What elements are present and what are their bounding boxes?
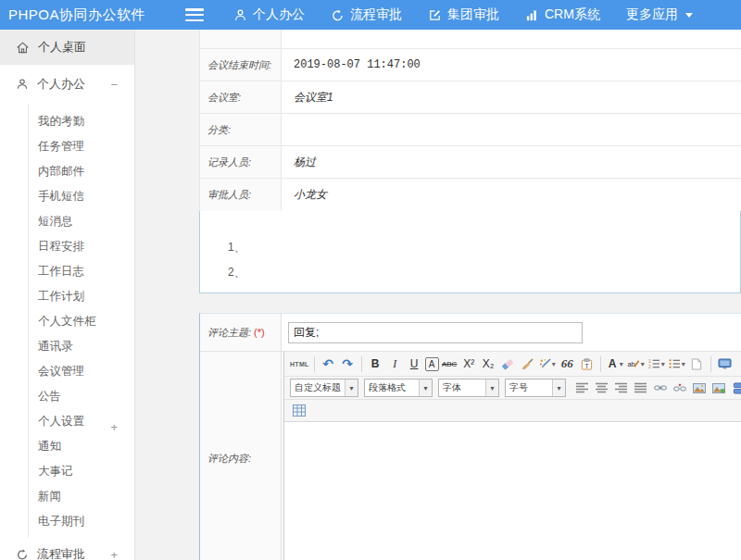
nav-label: 个人办公 xyxy=(253,6,305,23)
person-icon xyxy=(233,8,247,22)
blockquote-button[interactable]: 66 xyxy=(559,355,576,373)
sidebar-item-label: 手机短信 xyxy=(38,190,84,203)
menu-icon[interactable] xyxy=(185,8,204,21)
align-center-icon[interactable] xyxy=(593,379,610,397)
font-family-select[interactable]: 字体▾ xyxy=(438,379,499,397)
insert-media-icon[interactable] xyxy=(729,379,741,397)
italic-button[interactable]: I xyxy=(386,355,404,373)
sidebar-item-label: 内部邮件 xyxy=(38,165,84,178)
sidebar-item[interactable]: 工作计划 xyxy=(0,284,134,309)
font-size-select[interactable]: 字号▾ xyxy=(505,379,566,397)
nav-personal-office[interactable]: 个人办公 xyxy=(233,6,305,23)
caret-down-icon: ▾ xyxy=(682,360,685,368)
nav-more-apps[interactable]: 更多应用 xyxy=(626,6,693,23)
sidebar-item[interactable]: 工作日志 xyxy=(0,259,134,284)
sidebar-item[interactable]: 日程安排 xyxy=(0,234,134,259)
sidebar-item-label: 工作计划 xyxy=(38,290,84,303)
sidebar-item[interactable]: 通知 xyxy=(0,434,134,459)
subscript-button[interactable]: X₂ xyxy=(480,355,497,373)
sidebar-item[interactable]: 电子期刊 xyxy=(0,509,134,534)
eraser-icon[interactable] xyxy=(499,355,517,373)
sidebar-group-workflow[interactable]: 流程审批 + xyxy=(0,538,134,560)
align-justify-icon[interactable] xyxy=(632,379,649,397)
paragraph-format-select[interactable]: 段落格式▾ xyxy=(364,379,433,397)
sidebar-item-settings[interactable]: 个人设置+ xyxy=(0,409,134,434)
paste-text-icon[interactable]: T xyxy=(578,355,596,373)
sidebar-item-label: 大事记 xyxy=(38,465,73,478)
sidebar-item-label: 个人设置 xyxy=(38,415,84,428)
sidebar-group-label: 流程审批 xyxy=(37,546,85,560)
nav-label: 更多应用 xyxy=(626,6,678,23)
caret-down-icon: ▾ xyxy=(620,360,623,368)
collapse-icon[interactable]: − xyxy=(110,78,118,92)
auto-typeset-wand-icon[interactable]: ▾ xyxy=(538,358,557,370)
upload-image-icon[interactable] xyxy=(710,379,727,397)
sidebar-group-label: 个人办公 xyxy=(37,76,85,93)
editor-content-area[interactable] xyxy=(284,422,741,560)
sidebar-item-label: 会议管理 xyxy=(38,365,84,378)
sidebar-item[interactable]: 通讯录 xyxy=(0,334,134,359)
sidebar-item[interactable]: 个人文件柜 xyxy=(0,309,134,334)
field-value: 2019-08-07 11:47:00 xyxy=(282,49,741,81)
heading-select[interactable]: 自定义标题▾ xyxy=(290,379,358,397)
sidebar-item[interactable]: 内部邮件 xyxy=(0,159,134,184)
flow-icon xyxy=(331,8,345,22)
sidebar-item-label: 工作日志 xyxy=(38,265,84,278)
sidebar-item-desktop[interactable]: 个人桌面 xyxy=(0,30,134,65)
main-content: 会议结束时间: 2019-08-07 11:47:00 会议室: 会议室1 分类… xyxy=(135,30,741,560)
nav-crm-system[interactable]: CRM系统 xyxy=(525,6,600,23)
strikethrough-button[interactable]: ABC xyxy=(441,355,458,373)
comment-content-row: 评论内容: HTML ↶ ↷ B I U A ABC X² X₂ xyxy=(200,352,741,560)
sidebar-item-label: 公告 xyxy=(38,390,61,403)
sidebar-item[interactable]: 任务管理 xyxy=(0,134,134,159)
sidebar-item-label: 电子期刊 xyxy=(38,515,84,528)
fullscreen-monitor-icon[interactable] xyxy=(716,355,734,373)
sidebar-item-label: 新闻 xyxy=(38,490,61,503)
underline-button[interactable]: U xyxy=(406,355,423,373)
table-row xyxy=(200,30,741,49)
sidebar-item[interactable]: 大事记 xyxy=(0,459,134,484)
link-icon[interactable] xyxy=(651,379,669,397)
caret-down-icon xyxy=(685,13,693,18)
highlight-color-icon[interactable]: ab ▾ xyxy=(626,358,646,370)
sidebar-item-label: 我的考勤 xyxy=(38,115,84,128)
sidebar-item[interactable]: 短消息 xyxy=(0,209,134,234)
new-page-icon[interactable] xyxy=(688,355,706,373)
sidebar-item[interactable]: 我的考勤 xyxy=(0,109,134,134)
field-label: 审批人员: xyxy=(200,179,282,211)
align-left-icon[interactable] xyxy=(573,379,591,397)
nav-group-approval[interactable]: 集团审批 xyxy=(428,6,499,23)
sidebar-item[interactable]: 手机短信 xyxy=(0,184,134,209)
expand-icon[interactable]: + xyxy=(110,548,118,560)
align-right-icon[interactable] xyxy=(612,379,630,397)
unlink-icon[interactable] xyxy=(671,379,688,397)
clean-format-broom-icon[interactable] xyxy=(519,355,536,373)
bold-button[interactable]: B xyxy=(367,355,384,373)
edit-icon xyxy=(428,8,442,22)
sidebar-item[interactable]: 新闻 xyxy=(0,484,134,509)
unordered-list-icon[interactable]: ▾ xyxy=(668,358,686,369)
superscript-button[interactable]: X² xyxy=(460,355,478,373)
redo-icon[interactable]: ↷ xyxy=(339,355,357,373)
sidebar-item[interactable]: 公告 xyxy=(0,384,134,409)
font-style-button[interactable]: A xyxy=(425,357,439,371)
note-line: 2、 xyxy=(228,260,740,285)
caret-down-icon: ▾ xyxy=(345,380,358,396)
sidebar-group-personal-office[interactable]: 个人办公 − xyxy=(0,65,134,104)
comment-subject-input[interactable] xyxy=(288,322,583,343)
sidebar-item[interactable]: 会议管理 xyxy=(0,359,134,384)
font-color-button[interactable]: A ▾ xyxy=(606,355,624,373)
insert-image-icon[interactable] xyxy=(690,379,708,397)
table-row: 审批人员: 小龙女 xyxy=(200,179,741,211)
sidebar-item-label: 短消息 xyxy=(38,215,73,228)
note-line: 1、 xyxy=(228,235,740,260)
insert-table-icon[interactable] xyxy=(290,402,308,420)
comment-subject-label: 评论主题: xyxy=(207,326,251,340)
comment-form: 评论主题: (*) 评论内容: HTML ↶ ↷ B xyxy=(199,313,741,560)
html-source-button[interactable]: HTML xyxy=(290,355,309,373)
table-row: 记录人员: 杨过 xyxy=(200,146,741,179)
nav-workflow-approval[interactable]: 流程审批 xyxy=(331,6,402,23)
comment-content-label: 评论内容: xyxy=(207,452,251,466)
ordered-list-icon[interactable]: 12 ▾ xyxy=(647,358,666,369)
undo-icon[interactable]: ↶ xyxy=(320,355,337,373)
